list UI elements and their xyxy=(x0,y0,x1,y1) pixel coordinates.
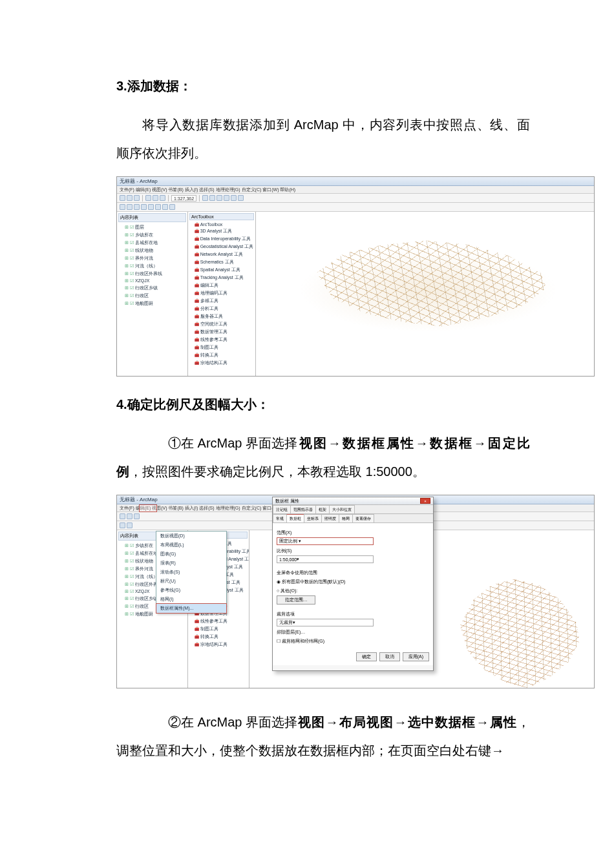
clip-combobox[interactable]: 无裁剪 ▾ xyxy=(277,619,374,626)
tool-icon[interactable] xyxy=(162,204,168,210)
open-icon[interactable] xyxy=(127,513,132,519)
tool-icon[interactable] xyxy=(217,195,222,201)
tool-icon[interactable] xyxy=(238,195,244,201)
view-dropdown-menu[interactable]: 数据视图(D) 布局视图(L) 图表(G) 报表(R) 滚动条(S) 标尺(U)… xyxy=(156,531,227,614)
tool-icon[interactable] xyxy=(155,204,161,210)
toc-item[interactable]: 行政区 xyxy=(118,292,186,300)
tool-icon[interactable] xyxy=(202,195,208,201)
new-icon[interactable] xyxy=(120,195,125,201)
toolbar-row-1[interactable]: 1:327,362 xyxy=(117,194,594,203)
dialog-tab[interactable]: 照明度 xyxy=(321,514,339,522)
radio-other[interactable]: ○ 其他(O): xyxy=(277,588,429,594)
toolbox-item[interactable]: 多维工具 xyxy=(189,297,254,305)
tool-icon[interactable] xyxy=(169,204,175,210)
scale-box[interactable]: 1:327,362 xyxy=(171,195,196,202)
toolbox-item[interactable]: 制图工具 xyxy=(189,344,254,351)
specify-extent-button[interactable]: 指定范围… xyxy=(277,595,315,604)
toolbox-item[interactable]: Data Interoperability 工具 xyxy=(189,235,254,243)
toc-item[interactable]: 乡镇所在 xyxy=(118,231,186,239)
dropdown-item[interactable]: 布局视图(L) xyxy=(156,541,226,550)
dialog-tab-dataframe[interactable]: 数据框 xyxy=(286,514,304,522)
apply-button[interactable]: 应用(A) xyxy=(403,652,429,661)
save-icon[interactable] xyxy=(134,513,140,519)
toc-item[interactable]: 界外河流 xyxy=(118,254,186,262)
toc-item[interactable]: 行政区外界线 xyxy=(118,270,186,278)
tool-icon[interactable] xyxy=(127,522,132,528)
toolbox-item[interactable]: 转换工具 xyxy=(189,633,248,641)
tool-icon[interactable] xyxy=(209,195,215,201)
view-menu-highlight[interactable] xyxy=(139,504,157,512)
scale-combobox[interactable]: 1:50,000 ▾ xyxy=(277,555,374,563)
toolbox-item[interactable]: Geostatistical Analyst 工具 xyxy=(189,243,254,251)
toolbox-item[interactable]: 数据管理工具 xyxy=(189,328,254,336)
toolbox-item[interactable]: Schematics 工具 xyxy=(189,258,254,266)
toolbox-item[interactable]: Tracking Analyst 工具 xyxy=(189,274,254,282)
dialog-tab[interactable]: 常规 xyxy=(273,514,287,522)
tool-icon[interactable] xyxy=(127,204,132,210)
toolbox-item[interactable]: 编辑工具 xyxy=(189,282,254,289)
cut-icon[interactable] xyxy=(145,195,151,201)
paste-icon[interactable] xyxy=(160,195,165,201)
copy-icon[interactable] xyxy=(153,195,158,201)
exclude-layers[interactable]: 排除图层(E)… xyxy=(277,629,429,636)
toolbox-item[interactable]: Spatial Analyst 工具 xyxy=(189,266,254,274)
dropdown-item[interactable]: 图表(G) xyxy=(156,550,226,559)
toc-item[interactable]: 线状地物 xyxy=(118,247,186,254)
ok-button[interactable]: 确定 xyxy=(356,652,377,661)
toolbox-item[interactable]: 分析工具 xyxy=(189,305,254,313)
dropdown-item[interactable]: 标尺(U) xyxy=(156,577,226,586)
map-canvas[interactable] xyxy=(256,212,594,376)
tool-icon[interactable] xyxy=(141,204,147,210)
toolbox-item[interactable]: 地理编码工具 xyxy=(189,289,254,297)
toc-item[interactable]: 河流（线） xyxy=(118,262,186,270)
toc-item[interactable]: 地貌图斑 xyxy=(118,300,186,307)
dropdown-item-dataframe-properties[interactable]: 数据框属性(M)... xyxy=(156,603,227,614)
dialog-tab[interactable]: 坐标系 xyxy=(304,514,322,522)
tool-icon[interactable] xyxy=(120,522,125,528)
dropdown-item[interactable]: 滚动条(S) xyxy=(156,568,226,577)
toolbox-item[interactable]: 3D Analyst 工具 xyxy=(189,227,254,235)
dialog-tabs-row2[interactable]: 常规 数据框 坐标系 照明度 格网 要素缓存 xyxy=(273,514,433,523)
toolbox-item[interactable]: 转换工具 xyxy=(189,351,254,359)
toolbox-item[interactable]: 线性参考工具 xyxy=(189,336,254,344)
open-icon[interactable] xyxy=(127,195,132,201)
tool-icon[interactable] xyxy=(134,204,140,210)
radio-all-layers[interactable]: ◉ 所有图层中数据的范围(默认)(D) xyxy=(277,579,429,585)
dropdown-item[interactable]: 报表(R) xyxy=(156,559,226,568)
dataframe-properties-dialog[interactable]: 数据框 属性 × 注记组 范围指示器 框架 大小和位置 常规 数据框 坐标系 照… xyxy=(272,497,434,671)
toolbox-item[interactable]: 线性参考工具 xyxy=(189,617,248,625)
dialog-tab[interactable]: 要素缓存 xyxy=(352,514,374,522)
toc-panel[interactable]: 内容列表 图层 乡镇所在 县城所在地 线状地物 界外河流 河流（线） 行政区外界… xyxy=(117,212,188,376)
toc-item[interactable]: 县城所在地 xyxy=(118,239,186,247)
range-combobox[interactable]: 固定比例 ▾ xyxy=(277,537,374,545)
tool-icon[interactable] xyxy=(120,204,125,210)
toc-item[interactable]: 图层 xyxy=(118,223,186,231)
dropdown-item[interactable]: 格网(I) xyxy=(156,595,226,604)
dialog-tab[interactable]: 框架 xyxy=(315,505,330,513)
dialog-tab[interactable]: 范围指示器 xyxy=(290,505,316,513)
menubar[interactable]: 文件(F) 编辑(E) 视图(V) 书签(B) 插入(I) 选择(S) 地理处理… xyxy=(117,186,594,194)
toolbox-item[interactable]: 空间统计工具 xyxy=(189,320,254,328)
clip-grid-checkbox[interactable]: ☐ 裁剪格网和经纬网(G) xyxy=(277,638,429,645)
dropdown-item[interactable]: 数据视图(D) xyxy=(156,532,226,541)
toc-item[interactable]: XZQJX xyxy=(118,278,186,284)
tool-icon[interactable] xyxy=(231,195,237,201)
dialog-tab[interactable]: 大小和位置 xyxy=(329,505,355,513)
dialog-tab[interactable]: 注记组 xyxy=(273,505,291,513)
arctoolbox-panel[interactable]: ArcToolbox ArcToolbox 3D Analyst 工具 Data… xyxy=(188,212,256,376)
dialog-tabs-row1[interactable]: 注记组 范围指示器 框架 大小和位置 xyxy=(273,505,433,514)
toolbox-item[interactable]: 服务器工具 xyxy=(189,313,254,320)
close-icon[interactable]: × xyxy=(420,498,430,504)
toolbox-item[interactable]: 宗地结构工具 xyxy=(189,641,248,648)
toc-item[interactable]: 行政区乡镇 xyxy=(118,284,186,292)
toolbox-item[interactable]: ArcToolbox xyxy=(189,222,254,227)
toolbar-row-2[interactable] xyxy=(117,203,594,212)
toolbox-item[interactable]: 制图工具 xyxy=(189,625,248,633)
toolbox-item[interactable]: Network Analyst 工具 xyxy=(189,251,254,258)
save-icon[interactable] xyxy=(134,195,140,201)
new-icon[interactable] xyxy=(120,513,125,519)
toolbox-item[interactable]: 宗地结构工具 xyxy=(189,359,254,367)
dialog-tab[interactable]: 格网 xyxy=(339,514,353,522)
tool-icon[interactable] xyxy=(148,204,154,210)
tool-icon[interactable] xyxy=(224,195,229,201)
